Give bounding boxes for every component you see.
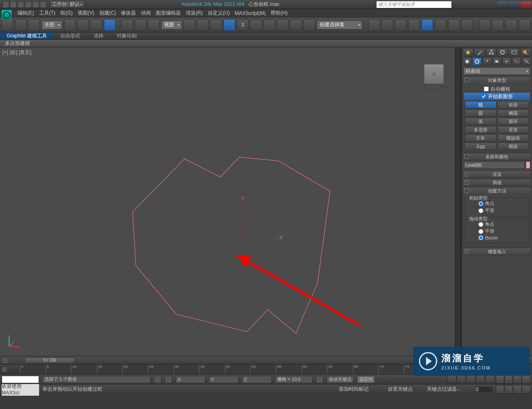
create-cat-helpers[interactable] (502, 57, 511, 66)
isolate-icon[interactable] (316, 376, 323, 383)
zoom-icon[interactable] (496, 375, 504, 384)
signin-icon[interactable] (462, 1, 470, 8)
selection-filter-dropdown[interactable]: 全部 (42, 20, 62, 30)
select-by-name-icon[interactable] (77, 19, 89, 31)
ribbon-toggle-icon[interactable] (421, 19, 433, 31)
menu-modifiers[interactable]: 修改器 (121, 10, 136, 17)
ribbon-tab-graphite[interactable]: Graphite 建模工具 (0, 32, 54, 39)
lock-selection-icon[interactable] (154, 376, 161, 383)
restore-button[interactable] (509, 1, 520, 8)
viewcube[interactable]: 前 (424, 64, 444, 84)
exchange-icon[interactable] (470, 1, 478, 8)
maximize-viewport-icon[interactable] (513, 385, 522, 394)
scale-icon[interactable] (148, 19, 160, 31)
infocenter-icon[interactable] (454, 1, 461, 8)
shape-btn-circle[interactable]: 圆 (465, 109, 497, 117)
help-search[interactable]: 键入关键字或短语 (377, 1, 451, 8)
layers-icon[interactable] (395, 19, 406, 31)
qat-new-icon[interactable] (2, 1, 9, 8)
qat-undo-icon[interactable] (25, 1, 32, 8)
move-icon[interactable] (121, 19, 133, 31)
shape-btn-donut[interactable]: 圆环 (498, 118, 530, 125)
edit-named-sel-icon[interactable] (303, 19, 315, 31)
shape-btn-egg[interactable]: Egg (465, 143, 497, 150)
render-iterative-icon[interactable] (519, 19, 530, 31)
menu-maxscript[interactable]: MAXScript(M) (235, 10, 266, 16)
workspace-dropdown[interactable]: 工作台: 默认 (50, 1, 84, 8)
manipulate-icon[interactable] (197, 19, 209, 31)
snaps-toggle-icon[interactable] (224, 19, 235, 31)
create-cat-spacewarps[interactable] (512, 57, 521, 66)
qat-save-icon[interactable] (17, 1, 24, 8)
qat-open-icon[interactable] (10, 1, 17, 8)
qat-redo-icon[interactable] (32, 1, 39, 8)
start-new-shape-checkbox[interactable]: 开始新图形 (464, 93, 530, 100)
viewport[interactable]: [+] [前] [真实] Y X 前 z x (0, 47, 461, 356)
menu-anim[interactable]: 动画 (141, 10, 151, 17)
named-selection-dropdown[interactable]: 创建选择集 (317, 20, 362, 30)
autokey-toggle[interactable]: 自动关键点 (327, 376, 354, 383)
shape-type-dropdown[interactable]: 样条线 (463, 67, 530, 75)
snaps-wc-icon[interactable] (290, 19, 302, 31)
shape-btn-section[interactable]: 截面 (498, 143, 530, 150)
menu-create[interactable]: 创建(C) (99, 10, 116, 17)
cmd-tab-hierarchy[interactable] (486, 48, 497, 57)
shape-btn-star[interactable]: 星形 (498, 126, 530, 133)
setkey-button[interactable]: 设置关键点 (388, 386, 413, 393)
time-slider[interactable]: 0 / 100 (25, 357, 75, 363)
menu-views[interactable]: 视图(V) (78, 10, 94, 17)
menu-help[interactable]: 帮助(H) (271, 10, 288, 17)
zoom-all-icon[interactable] (496, 385, 504, 394)
rollout-render[interactable]: +渲染 (463, 171, 531, 177)
drag-corner-radio[interactable]: 角点 (478, 221, 527, 227)
schematic-view-icon[interactable] (448, 19, 460, 31)
rollout-create-method[interactable]: -创建方法 (463, 187, 531, 194)
object-name-field[interactable] (463, 161, 525, 169)
angle-snap-icon[interactable]: 3 (237, 19, 249, 31)
mirror-icon[interactable] (368, 19, 380, 31)
render-production-icon[interactable] (505, 19, 517, 31)
help-icon[interactable] (487, 1, 495, 8)
current-frame-field[interactable]: 0 (476, 387, 493, 392)
fov-icon[interactable] (505, 385, 513, 394)
rendered-frame-icon[interactable] (492, 19, 504, 31)
create-cat-systems[interactable] (522, 57, 531, 66)
unlink-icon[interactable] (15, 19, 27, 31)
rotate-icon[interactable] (135, 19, 146, 31)
shape-btn-line[interactable]: 线 (465, 101, 497, 108)
pan-icon[interactable] (513, 375, 522, 384)
time-config-icon[interactable] (2, 357, 8, 364)
rollout-object-type[interactable]: -对象类型 (463, 77, 531, 84)
selected-scope[interactable]: 选定对 (357, 376, 375, 383)
select-region-icon[interactable] (91, 19, 102, 31)
orbit-icon[interactable] (522, 375, 530, 384)
key-filters[interactable]: 关键点过滤器... (427, 386, 473, 393)
menu-render[interactable]: 渲染(R) (186, 10, 203, 17)
ribbon-tab-selection[interactable]: 选择 (87, 32, 110, 39)
bind-space-warp-icon[interactable] (28, 19, 40, 31)
viewcube-compass[interactable] (421, 85, 447, 90)
add-time-tag[interactable]: 添加时间标记 (339, 386, 384, 393)
favorites-icon[interactable] (479, 1, 486, 8)
transform-type-in-icon[interactable] (165, 376, 172, 383)
min-max-toggle-icon[interactable] (522, 385, 530, 394)
drag-bezier-radio[interactable]: Bezier (478, 235, 527, 240)
cmd-tab-create[interactable] (463, 48, 473, 57)
cmd-tab-motion[interactable] (497, 48, 508, 57)
cmd-tab-display[interactable] (509, 48, 520, 57)
align-icon[interactable] (382, 19, 393, 31)
coord-x[interactable]: X: (175, 376, 205, 383)
snap-use-axis-icon[interactable] (277, 19, 288, 31)
cmd-tab-modify[interactable] (474, 48, 485, 57)
create-cat-shapes[interactable] (473, 57, 482, 66)
coord-z[interactable]: Z: (242, 376, 272, 383)
ribbon-tab-paint[interactable]: 对象绘制 (110, 32, 143, 39)
create-cat-cameras[interactable] (493, 57, 502, 66)
create-cat-geometry[interactable] (463, 57, 472, 66)
object-color-swatch[interactable] (526, 161, 530, 169)
percent-snap-icon[interactable] (250, 19, 262, 31)
link-icon[interactable] (2, 19, 13, 31)
shape-btn-arc[interactable]: 弧 (465, 118, 497, 125)
rollout-interp[interactable]: +插值 (463, 179, 531, 186)
coord-y[interactable]: Y: (209, 376, 239, 383)
